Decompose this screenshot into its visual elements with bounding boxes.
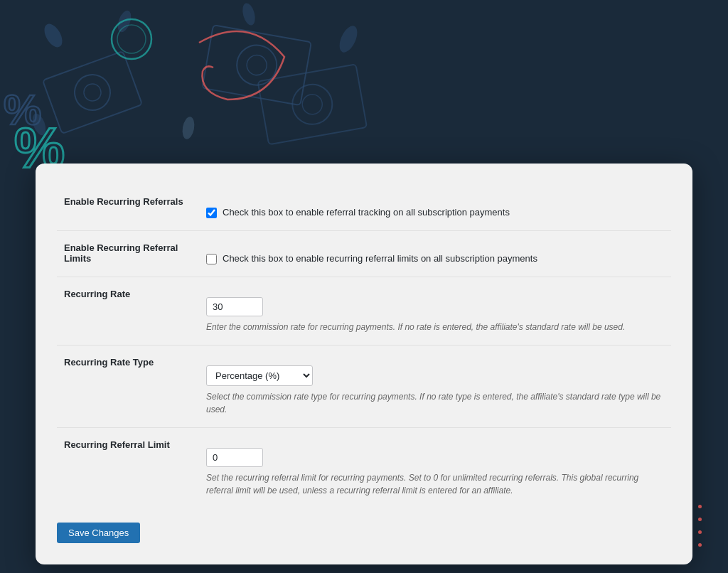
svg-point-15 (181, 116, 196, 140)
row-recurring-rate: Recurring Rate Enter the commission rate… (57, 277, 671, 346)
svg-rect-8 (258, 64, 368, 144)
row-recurring-rate-type: Recurring Rate Type Percentage (%) Flat … (57, 346, 671, 428)
svg-point-13 (240, 1, 257, 26)
decorative-dot (698, 518, 702, 521)
svg-point-3 (70, 70, 115, 115)
label-recurring-referral-limit: Recurring Referral Limit (57, 428, 199, 509)
checkbox-label-referrals: Check this box to enable referral tracki… (223, 206, 510, 219)
decorative-dot (698, 505, 702, 508)
svg-point-9 (289, 81, 336, 127)
checkbox-row-referrals: Check this box to enable referral tracki… (206, 196, 664, 219)
svg-point-11 (41, 21, 65, 50)
label-recurring-rate-type: Recurring Rate Type (57, 346, 199, 428)
decorative-dot (698, 543, 702, 547)
label-recurring-rate: Recurring Rate (57, 277, 199, 346)
input-recurring-rate[interactable] (206, 297, 263, 316)
svg-text:%: % (4, 86, 41, 134)
save-changes-button[interactable]: Save Changes (57, 523, 140, 543)
content-enable-recurring-referrals: Check this box to enable referral tracki… (199, 185, 671, 231)
svg-point-10 (301, 93, 323, 116)
description-recurring-referral-limit: Set the recurring referral limit for rec… (206, 471, 664, 497)
svg-point-17 (112, 19, 151, 59)
svg-point-14 (336, 23, 360, 55)
content-recurring-referral-limit: Set the recurring referral limit for rec… (199, 428, 671, 509)
settings-card: Enable Recurring Referrals Check this bo… (36, 164, 692, 564)
svg-point-6 (234, 42, 280, 88)
svg-point-7 (245, 53, 268, 76)
description-recurring-rate: Enter the commission rate for recurring … (206, 321, 664, 333)
input-recurring-referral-limit[interactable] (206, 448, 263, 467)
label-enable-recurring-referrals: Enable Recurring Referrals (57, 185, 199, 231)
checkbox-row-limits: Check this box to enable recurring refer… (206, 242, 664, 265)
select-recurring-rate-type[interactable]: Percentage (%) Flat Rate (206, 365, 313, 386)
row-recurring-referral-limit: Recurring Referral Limit Set the recurri… (57, 428, 671, 509)
label-enable-referral-limits: Enable Recurring Referral Limits (57, 231, 199, 277)
decorative-dot (698, 530, 702, 534)
checkbox-enable-referral-limits[interactable] (206, 254, 217, 264)
content-referral-limits: Check this box to enable recurring refer… (199, 231, 671, 277)
svg-point-16 (30, 112, 48, 137)
svg-rect-5 (202, 25, 311, 105)
checkbox-enable-recurring-referrals[interactable] (206, 208, 217, 218)
description-recurring-rate-type: Select the commission rate type for recu… (206, 390, 664, 416)
checkbox-label-limits: Check this box to enable recurring refer… (223, 252, 537, 265)
form-table: Enable Recurring Referrals Check this bo… (57, 185, 671, 508)
row-enable-referral-limits: Enable Recurring Referral Limits Check t… (57, 231, 671, 277)
svg-rect-2 (43, 51, 142, 134)
row-enable-recurring-referrals: Enable Recurring Referrals Check this bo… (57, 185, 671, 231)
content-recurring-rate-type: Percentage (%) Flat Rate Select the comm… (199, 346, 671, 428)
svg-point-12 (115, 9, 134, 34)
svg-point-18 (117, 25, 146, 53)
content-recurring-rate: Enter the commission rate for recurring … (199, 277, 671, 346)
svg-point-4 (82, 82, 104, 104)
